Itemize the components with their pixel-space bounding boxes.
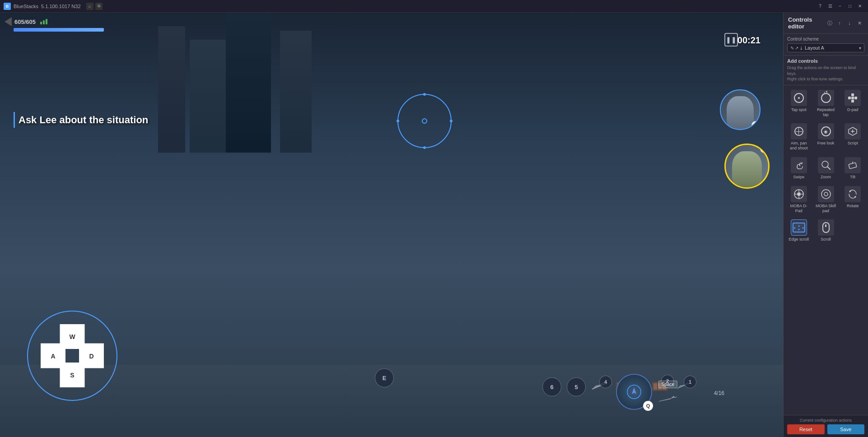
free-look-inner: ◉: [824, 129, 828, 134]
portrait-x-face: [732, 151, 762, 187]
controls-row-3: Swipe Zoom: [785, 155, 866, 181]
aim-reticle[interactable]: [397, 94, 452, 148]
timer: 00:21: [737, 35, 761, 46]
edge-arrow-bottom: ▾: [798, 228, 800, 232]
script-icon: [845, 123, 861, 139]
svg-rect-14: [851, 97, 854, 99]
panel-close-icon[interactable]: ✕: [855, 19, 863, 27]
dpad-left[interactable]: A: [41, 344, 65, 368]
repeated-tap-icon-inner: ↺: [821, 93, 831, 103]
layout-dropdown-arrow[interactable]: ▾: [859, 46, 861, 51]
control-script[interactable]: Script: [839, 121, 866, 153]
signal-bar-1: [40, 22, 42, 24]
skill-e-button[interactable]: E: [375, 368, 394, 387]
svg-line-19: [827, 167, 830, 169]
tilt-label: Tilt: [850, 175, 855, 180]
reset-button[interactable]: Reset: [787, 424, 825, 434]
save-button[interactable]: Save: [827, 424, 865, 434]
quest-bar: [14, 112, 15, 128]
close-button[interactable]: ✕: [855, 2, 864, 11]
control-tilt[interactable]: Tilt: [839, 155, 866, 181]
control-moba-skill[interactable]: MOBA Skillpad: [812, 184, 840, 215]
control-scheme-icons: ✎ ↗ ⤓: [790, 46, 803, 51]
upload-icon[interactable]: ↑: [835, 19, 844, 27]
skill-space-container[interactable]: Space: [657, 388, 679, 408]
game-area[interactable]: 605/605 Ask Lee about the situation: [0, 13, 783, 437]
pause-button[interactable]: ❚❚: [724, 33, 738, 46]
free-look-label: Free look: [817, 141, 835, 146]
zoom-label: Zoom: [821, 175, 831, 180]
page-count: 4/16: [714, 390, 724, 396]
help-button[interactable]: ?: [816, 2, 825, 11]
skill-q-label: Q: [643, 401, 653, 411]
title-bar: B BlueStacks 5.1.100.1017 N32 ⌂ ⧉ ? ☰ − …: [0, 0, 868, 13]
control-swipe[interactable]: Swipe: [785, 155, 812, 181]
controls-row-2: Aim, panand shoot ◉ Free look: [785, 121, 866, 153]
scheme-edit-icon: ✎: [790, 46, 794, 51]
restore-button[interactable]: □: [845, 2, 854, 11]
skill-6[interactable]: 6: [542, 377, 561, 396]
control-edge-scroll[interactable]: ◂ ▸ ▴ ▾ Edge scroll: [785, 218, 812, 244]
portrait-z[interactable]: Z: [720, 89, 761, 130]
skill-5[interactable]: 5: [567, 377, 586, 396]
home-icon[interactable]: ⌂: [86, 3, 93, 10]
tap-spot-circle: [794, 93, 804, 103]
aim-circle: [397, 94, 452, 148]
svg-rect-12: [848, 97, 851, 99]
hp-bar-container: [14, 28, 104, 32]
control-zoom[interactable]: Zoom: [812, 155, 840, 181]
aim-pan-shoot-icon: [791, 123, 807, 139]
control-repeated-tap[interactable]: ↺ Repeatedtap: [812, 88, 840, 119]
edge-scroll-icon: ◂ ▸ ▴ ▾: [791, 219, 807, 236]
skill-q-container[interactable]: Q: [616, 374, 652, 410]
dpad-cross: W S A D: [41, 324, 104, 387]
portrait-x[interactable]: X: [724, 144, 770, 189]
swipe-label: Swipe: [793, 175, 805, 180]
aim-pan-shoot-label: Aim, panand shoot: [790, 141, 808, 151]
edge-arrow-right: ▸: [803, 226, 804, 230]
main-content: 605/605 Ask Lee about the situation: [0, 13, 868, 437]
aim-crosshair-icon: [794, 127, 803, 136]
dpad-container[interactable]: W S A D: [27, 311, 117, 401]
info-icon[interactable]: ⓘ: [826, 19, 834, 27]
tap-spot-label: Tap spot: [791, 107, 807, 112]
control-free-look[interactable]: ◉ Free look: [812, 121, 840, 153]
skill-4-label: 4: [599, 376, 612, 388]
control-moba-dpad[interactable]: MOBA D-Pad: [785, 184, 812, 215]
portrait-x-key: X: [760, 144, 769, 153]
app-name: BlueStacks: [14, 4, 38, 9]
control-scheme-section: Control scheme ✎ ↗ ⤓ Layout A ▾: [784, 34, 868, 56]
rotate-svg: [847, 189, 858, 200]
tap-spot-dot: [798, 97, 800, 99]
control-aim-pan-shoot[interactable]: Aim, panand shoot: [785, 121, 812, 153]
signal-bar-2: [43, 20, 45, 24]
minimize-button[interactable]: −: [835, 2, 845, 11]
download-icon[interactable]: ↓: [845, 19, 854, 27]
edge-arrow-top: ▴: [798, 223, 800, 228]
swipe-icon: [791, 157, 807, 173]
layers-icon[interactable]: ⧉: [95, 3, 103, 10]
signal-bars: [40, 19, 47, 24]
aim-center: [422, 118, 427, 124]
free-look-icon: ◉: [818, 123, 834, 139]
dpad-right[interactable]: D: [79, 344, 104, 368]
control-scroll[interactable]: Scroll: [812, 218, 840, 244]
aim-dot-bottom: [423, 146, 426, 149]
menu-button[interactable]: ☰: [826, 2, 835, 11]
quest-text: Ask Lee about the situation: [19, 114, 148, 126]
control-rotate[interactable]: Rotate: [839, 184, 866, 215]
game-hud: 605/605 Ask Lee about the situation: [0, 13, 783, 437]
portrait-z-key: Z: [751, 121, 761, 130]
hud-topleft: 605/605: [5, 17, 104, 32]
repeated-tap-label: Repeatedtap: [817, 107, 835, 117]
skill-space-label: Space: [658, 381, 677, 388]
moba-dpad-label: MOBA D-Pad: [790, 204, 807, 214]
control-dpad[interactable]: D-pad: [839, 88, 866, 119]
add-controls-title: Add controls: [787, 58, 864, 64]
add-controls-section: Add controls Drag the actions on the scr…: [784, 56, 868, 85]
tap-spot-icon: [791, 90, 807, 106]
control-tap-spot[interactable]: Tap spot: [785, 88, 812, 119]
dpad-label: D-pad: [847, 107, 859, 112]
skill-4-container[interactable]: 4: [591, 379, 608, 395]
control-scheme-row[interactable]: ✎ ↗ ⤓ Layout A ▾: [787, 43, 864, 52]
